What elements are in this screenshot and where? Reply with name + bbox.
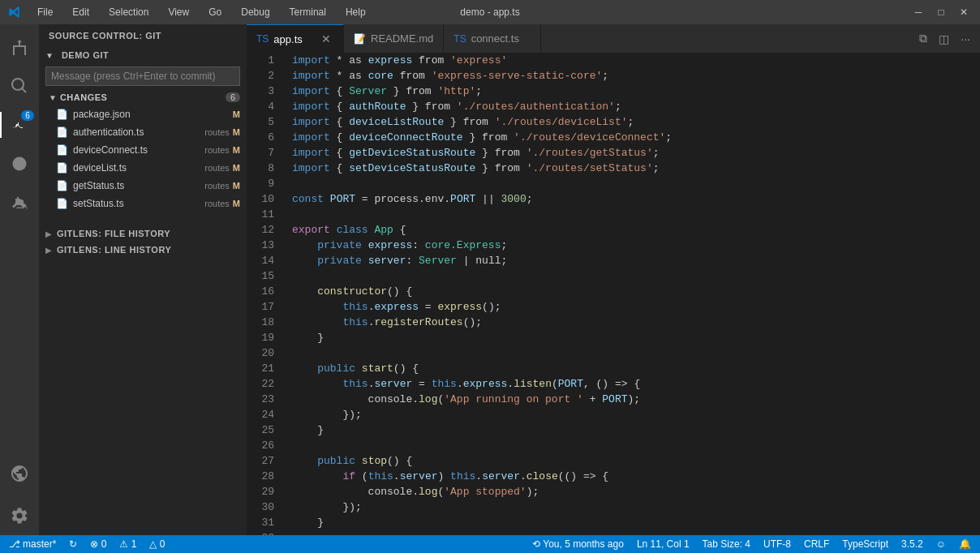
code-line: 1import * as express from 'express' [247,53,969,68]
more-actions-icon[interactable]: ··· [957,31,974,47]
menu-selection[interactable]: Selection [105,5,152,19]
file-path: routes [204,145,230,155]
tab-close-button[interactable]: ✕ [319,32,333,46]
titlebar-left: File Edit Selection View Go Debug Termin… [8,5,369,19]
git-blame-item[interactable]: ⟲ You, 5 months ago [530,538,626,550]
line-ending-item[interactable]: CRLF [802,538,832,550]
line-content: import { getDeviceStatusRoute } from './… [287,145,969,161]
file-item-package[interactable]: 📄 package.json M [39,105,247,123]
extensions-activity-icon[interactable] [0,183,39,222]
menu-debug[interactable]: Debug [238,5,273,19]
tab-name: connect.ts [471,32,531,45]
tab-app-ts[interactable]: TS app.ts ✕ [247,24,344,53]
settings-activity-icon[interactable] [0,496,39,535]
code-line: 17 this.express = express(); [247,299,969,315]
code-line: 21 public start() { [247,361,969,376]
line-content: this.express = express(); [287,299,969,315]
scrollbar-track[interactable] [969,53,980,535]
menu-edit[interactable]: Edit [69,5,92,19]
code-line: 10const PORT = process.env.PORT || 3000; [247,191,969,207]
commit-message-input[interactable] [45,66,240,86]
split-editor-icon[interactable]: ⧉ [916,30,931,47]
feedback-item[interactable]: ☺ [934,538,948,550]
code-line: 25 } [247,422,969,438]
line-content [287,438,969,453]
file-item-getstatus[interactable]: 📄 getStatus.ts routes M [39,177,247,195]
line-content: constructor() { [287,284,969,299]
cursor-position-item[interactable]: Ln 11, Col 1 [634,538,692,550]
file-list: 📄 package.json M 📄 authentication.ts rou… [39,105,247,535]
file-name: authentication.ts [73,126,201,138]
repo-header[interactable]: ▼ DEMO GIT [39,47,247,63]
gitlens-line-history[interactable]: ▶ GITLENS: LINE HISTORY [39,242,247,258]
tab-readme[interactable]: 📝 README.md [344,24,444,53]
line-number: 9 [247,176,287,191]
branch-item[interactable]: ⎇ master* [6,538,58,550]
changes-header[interactable]: ▼ CHANGES 6 [39,89,247,105]
vscode-logo [8,6,21,19]
line-content: this.registerRoutes(); [287,315,969,330]
errors-text: ⊗ 0 [90,538,106,550]
line-ending-text: CRLF [804,538,829,550]
info-item[interactable]: △ 0 [147,538,167,550]
line-content: this.server = this.express.listen(PORT, … [287,376,969,392]
language-item[interactable]: TypeScript [840,538,891,550]
line-number: 16 [247,284,287,299]
gitlens-line-arrow-icon: ▶ [45,246,52,255]
explorer-icon[interactable] [0,28,39,66]
md-file-icon: 📝 [354,33,366,45]
commit-input-wrap [39,63,247,89]
maximize-button[interactable]: □ [933,6,949,18]
line-number: 17 [247,299,287,315]
warnings-item[interactable]: ⚠ 1 [117,538,139,550]
menu-terminal[interactable]: Terminal [286,5,329,19]
line-number: 3 [247,84,287,99]
encoding-item[interactable]: UTF-8 [761,538,793,550]
file-icon: 📄 [55,126,68,139]
file-item-devicelist[interactable]: 📄 deviceList.ts routes M [39,159,247,177]
errors-item[interactable]: ⊗ 0 [88,538,109,550]
notifications-item[interactable]: 🔔 [956,538,974,550]
line-number: 20 [247,345,287,361]
source-control-activity-icon[interactable]: 6 [0,105,39,144]
line-content: console.log('App running on port ' + POR… [287,392,969,407]
line-content [287,207,969,222]
code-line: 27 public stop() { [247,453,969,469]
file-status: M [233,127,240,137]
gitlens-file-history[interactable]: ▶ GITLENS: FILE HISTORY [39,225,247,242]
code-area[interactable]: 1import * as express from 'express'2impo… [247,53,969,535]
line-number: 8 [247,161,287,176]
close-button[interactable]: ✕ [956,6,972,18]
menu-file[interactable]: File [34,5,56,19]
titlebar: File Edit Selection View Go Debug Termin… [0,0,980,24]
code-line: 14 private server: Server | null; [247,253,969,268]
file-item-deviceconnect[interactable]: 📄 deviceConnect.ts routes M [39,141,247,159]
line-number: 30 [247,499,287,515]
file-item-authentication[interactable]: 📄 authentication.ts routes M [39,123,247,141]
tabs-bar: TS app.ts ✕ 📝 README.md TS connect.ts ⧉ … [247,24,980,53]
file-path: routes [204,181,230,191]
remote-activity-icon[interactable] [0,454,39,493]
menu-help[interactable]: Help [342,5,369,19]
menu-go[interactable]: Go [205,5,225,19]
main-editor: TS app.ts ✕ 📝 README.md TS connect.ts ⧉ … [247,24,980,535]
line-content: } [287,422,969,438]
tab-size-item[interactable]: Tab Size: 4 [700,538,753,550]
open-preview-icon[interactable]: ◫ [935,31,952,47]
file-name: setStatus.ts [73,198,201,209]
menu-view[interactable]: View [165,5,192,19]
ts-version-item[interactable]: 3.5.2 [899,538,926,550]
code-line: 22 this.server = this.express.listen(POR… [247,376,969,392]
debug-activity-icon[interactable] [0,144,39,183]
search-activity-icon[interactable] [0,66,39,105]
line-number: 27 [247,453,287,469]
statusbar-right: ⟲ You, 5 months ago Ln 11, Col 1 Tab Siz… [530,538,974,550]
tab-connect-ts[interactable]: TS connect.ts [444,24,541,53]
sync-item[interactable]: ↻ [67,538,80,550]
file-icon: 📄 [55,197,68,210]
line-number: 26 [247,438,287,453]
minimize-button[interactable]: ─ [910,6,926,18]
code-line: 8import { setDeviceStatusRoute } from '.… [247,161,969,176]
line-content: if (this.server) this.server.close(() =>… [287,469,969,484]
file-item-setstatus[interactable]: 📄 setStatus.ts routes M [39,195,247,212]
